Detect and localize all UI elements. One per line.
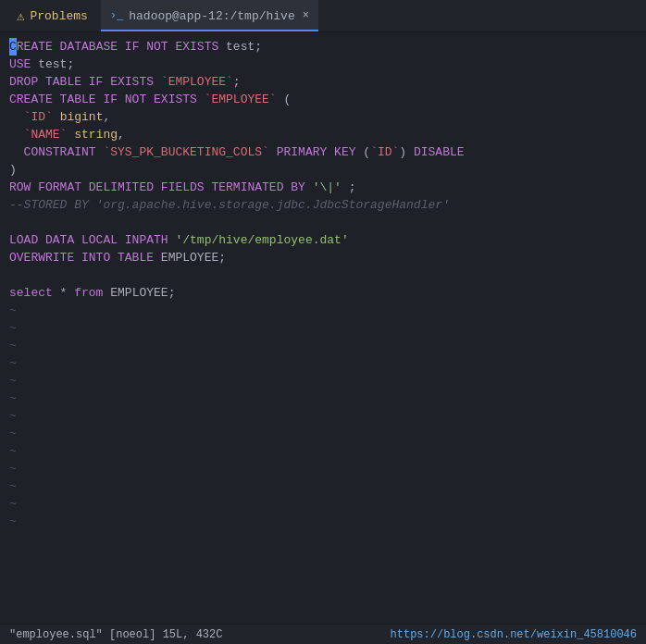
status-left: "employee.sql" [noeol] 15L, 432C: [9, 628, 222, 641]
code-line-10: --STORED BY 'org.apache.hive.storage.jdb…: [0, 196, 646, 214]
status-bar: "employee.sql" [noeol] 15L, 432C https:/…: [0, 624, 646, 644]
code-line-5: `ID` bigint,: [0, 108, 646, 126]
close-icon[interactable]: ×: [303, 9, 309, 22]
code-line-12: OVERWRITE INTO TABLE EMPLOYEE;: [0, 249, 646, 266]
code-line-4: CREATE TABLE IF NOT EXISTS `EMPLOYEE` (: [0, 91, 646, 108]
code-line-11: LOAD DATA LOCAL INPATH '/tmp/hive/employ…: [0, 231, 646, 249]
tilde-11: ~: [0, 477, 646, 495]
tilde-10: ~: [0, 460, 646, 477]
tilde-12: ~: [0, 495, 646, 513]
tilde-5: ~: [0, 372, 646, 390]
tilde-6: ~: [0, 390, 646, 407]
status-right: https://blog.csdn.net/weixin_45810046: [391, 628, 637, 641]
code-line-empty: [0, 214, 646, 231]
tab-terminal[interactable]: ›_ hadoop@app-12:/tmp/hive ×: [101, 0, 318, 31]
terminal-label: hadoop@app-12:/tmp/hive: [129, 9, 294, 23]
cursor-char: C: [9, 38, 17, 56]
tab-problems[interactable]: ⚠ Problems: [7, 0, 97, 31]
code-line-13: select * from EMPLOYEE;: [0, 284, 646, 302]
tilde-9: ~: [0, 442, 646, 460]
code-line-empty2: [0, 266, 646, 284]
tilde-13: ~: [0, 513, 646, 530]
terminal-prompt-icon: ›_: [110, 9, 123, 22]
tilde-2: ~: [0, 319, 646, 337]
code-line-8: ): [0, 161, 646, 179]
code-line-9: ROW FORMAT DELIMITED FIELDS TERMINATED B…: [0, 179, 646, 196]
warn-icon: ⚠: [17, 8, 24, 24]
code-line-2: USE test;: [0, 56, 646, 73]
problems-label: Problems: [30, 9, 87, 23]
editor-area: CREATE DATABASE IF NOT EXISTS test; USE …: [0, 32, 646, 624]
tilde-7: ~: [0, 407, 646, 425]
tilde-3: ~: [0, 337, 646, 354]
tilde-1: ~: [0, 302, 646, 319]
tilde-8: ~: [0, 425, 646, 442]
code-line-3: DROP TABLE IF EXISTS `EMPLOYEE`;: [0, 73, 646, 91]
tilde-4: ~: [0, 354, 646, 372]
code-line-6: `NAME` string,: [0, 126, 646, 143]
tab-bar: ⚠ Problems ›_ hadoop@app-12:/tmp/hive ×: [0, 0, 646, 32]
code-line-7: CONSTRAINT `SYS_PK_BUCKETING_COLS` PRIMA…: [0, 143, 646, 161]
code-line-1: CREATE DATABASE IF NOT EXISTS test;: [0, 38, 646, 56]
